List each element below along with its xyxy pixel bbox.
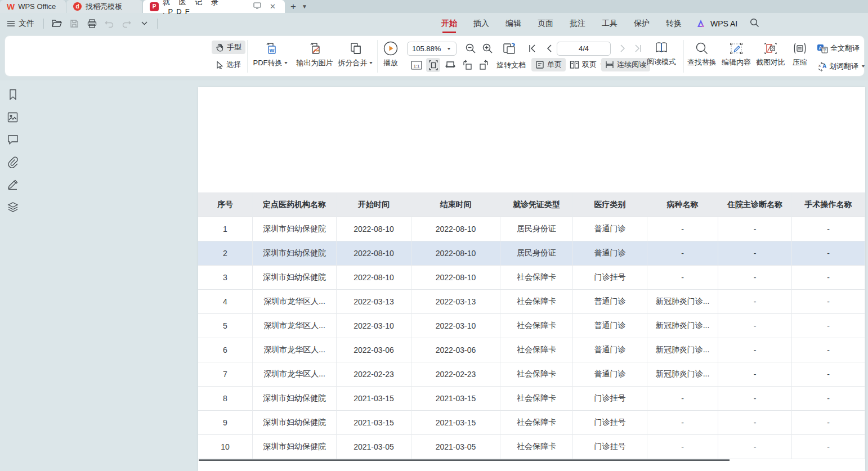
bookmark-icon[interactable] xyxy=(7,88,19,101)
screenshot-compare-button[interactable]: 截图对比 xyxy=(753,42,788,68)
table-cell: 2021-03-15 xyxy=(337,387,411,411)
edit-content-label: 编辑内容 xyxy=(722,57,751,68)
column-header: 结束时间 xyxy=(411,192,500,217)
menu-item-批注[interactable]: 批注 xyxy=(570,15,585,32)
select-tool-button[interactable]: 选择 xyxy=(212,58,245,71)
table-row[interactable]: 6深圳市龙华区人...2022-03-062022-03-06社会保障卡普通门诊… xyxy=(198,338,865,362)
menu-item-开始[interactable]: 开始 xyxy=(441,15,457,32)
find-replace-button[interactable]: 查找替换 xyxy=(684,42,719,68)
last-page-button[interactable] xyxy=(632,42,644,55)
table-cell: 2022-03-06 xyxy=(337,338,411,362)
pdf-file-icon: P xyxy=(150,2,159,11)
table-row[interactable]: 7深圳市龙华区人...2022-02-232022-02-23社会保障卡普通门诊… xyxy=(198,362,865,387)
compress-button[interactable]: 压缩 xyxy=(786,42,814,68)
table-cell: - xyxy=(718,266,792,290)
share-screen-icon[interactable] xyxy=(251,2,263,11)
rotate-pages-icon[interactable] xyxy=(502,41,517,57)
pdf-page[interactable]: 序号定点医药机构名称开始时间结束时间就诊凭证类型医疗类别病种名称住院主诊断名称手… xyxy=(198,87,865,471)
find-replace-label: 查找替换 xyxy=(687,57,717,68)
menu-item-工具[interactable]: 工具 xyxy=(602,15,618,32)
table-cell: 深圳市龙华区人... xyxy=(253,314,337,338)
table-cell: - xyxy=(792,338,865,362)
table-row[interactable]: 4深圳市龙华区人...2022-03-132022-03-13社会保障卡普通门诊… xyxy=(198,290,865,314)
tab-document[interactable]: P 就 医 记 录 .PDF ✕ xyxy=(143,0,285,13)
next-page-button[interactable] xyxy=(617,42,629,55)
table-row[interactable]: 3深圳市妇幼保健院2022-08-102022-08-10社会保障卡门诊挂号--… xyxy=(198,266,865,290)
tab-wps-home[interactable]: W WPS Office xyxy=(0,0,66,13)
close-tab-icon[interactable]: ✕ xyxy=(267,2,278,11)
table-row[interactable]: 10深圳市妇幼保健院2021-03-052021-03-05社会保障卡门诊挂号-… xyxy=(198,435,865,459)
play-button[interactable]: 播放 xyxy=(374,41,408,68)
save-icon[interactable] xyxy=(69,19,79,29)
page-number-input[interactable]: 4/4 xyxy=(557,42,611,56)
menu-item-页面[interactable]: 页面 xyxy=(538,15,553,32)
single-page-label: 单页 xyxy=(547,60,562,70)
table-cell: 普通门诊 xyxy=(573,338,647,362)
thumbnail-icon[interactable] xyxy=(7,111,19,123)
first-page-button[interactable] xyxy=(526,42,539,55)
signature-icon[interactable] xyxy=(7,178,19,191)
export-image-button[interactable]: 输出为图片 xyxy=(293,42,336,68)
rotate-doc-label[interactable]: 旋转文档 xyxy=(496,60,526,70)
zoom-in-button[interactable] xyxy=(481,42,494,55)
full-translate-label: 全文翻译 xyxy=(830,43,860,53)
zoom-out-button[interactable] xyxy=(464,42,477,55)
table-row[interactable]: 8深圳市妇幼保健院2021-03-152021-03-15社会保障卡门诊挂号--… xyxy=(198,387,865,411)
fit-width-button[interactable] xyxy=(443,58,457,72)
edit-content-button[interactable]: 编辑内容 xyxy=(719,42,754,68)
continuous-read-button[interactable]: 连续阅读 xyxy=(601,58,650,71)
redo-icon[interactable] xyxy=(122,19,132,29)
word-translate-button[interactable]: xA 划词翻译 ▼ xyxy=(817,61,866,71)
table-cell: - xyxy=(718,241,792,266)
table-row[interactable]: 1深圳市妇幼保健院2022-08-102022-08-10居民身份证普通门诊--… xyxy=(198,217,865,241)
file-menu-button[interactable]: 文件 xyxy=(0,19,40,29)
menu-search-icon[interactable] xyxy=(750,18,759,29)
menu-item-编辑[interactable]: 编辑 xyxy=(505,15,521,32)
table-row[interactable]: 9深圳市妇幼保健院2021-03-152021-03-15社会保障卡门诊挂号--… xyxy=(198,411,865,435)
tab-docer-label: 找稻壳模板 xyxy=(86,2,122,12)
table-cell: 新冠肺炎门诊... xyxy=(647,362,718,387)
fit-page-button[interactable] xyxy=(426,58,440,72)
comment-icon[interactable] xyxy=(7,133,19,146)
print-icon[interactable] xyxy=(87,19,97,29)
table-cell: - xyxy=(647,387,718,411)
table-cell: - xyxy=(718,314,792,338)
zoom-level-select[interactable]: 105.88% ▼ xyxy=(407,42,457,56)
more-commands-chevron-icon[interactable] xyxy=(139,19,149,29)
full-translate-button[interactable]: A字 全文翻译 xyxy=(817,43,860,53)
rotate-left-button[interactable] xyxy=(460,58,474,72)
layers-icon[interactable] xyxy=(7,201,19,213)
table-cell: 4 xyxy=(198,290,253,314)
menu-item-转换[interactable]: 转换 xyxy=(666,15,682,32)
table-cell: - xyxy=(647,217,718,241)
open-file-icon[interactable] xyxy=(52,19,62,29)
read-mode-button[interactable]: 阅读模式 xyxy=(644,41,679,67)
undo-icon[interactable] xyxy=(104,19,114,29)
table-cell: 居民身份证 xyxy=(500,241,573,266)
menu-item-保护[interactable]: 保护 xyxy=(634,15,650,32)
pdf-convert-button[interactable]: W PDF转换▼ xyxy=(249,42,292,68)
compress-label: 压缩 xyxy=(793,57,807,68)
play-label: 播放 xyxy=(383,58,398,68)
table-cell: 2022-08-10 xyxy=(337,217,411,241)
docer-icon: d xyxy=(73,2,82,11)
table-row[interactable]: 2深圳市妇幼保健院2022-08-102022-08-10居民身份证普通门诊--… xyxy=(198,241,865,266)
hand-tool-button[interactable]: 手型 xyxy=(212,41,245,54)
wps-ai-button[interactable]: WPS AI xyxy=(697,19,737,28)
table-cell: - xyxy=(792,217,865,241)
rotate-right-button[interactable] xyxy=(477,58,491,72)
previous-page-button[interactable] xyxy=(543,42,555,55)
attachment-icon[interactable] xyxy=(7,156,19,168)
table-cell: 普通门诊 xyxy=(573,362,647,387)
table-cell: 社会保障卡 xyxy=(500,338,573,362)
tab-docer[interactable]: d 找稻壳模板 xyxy=(66,0,143,13)
table-cell: - xyxy=(647,411,718,435)
page-indicator-value: 4/4 xyxy=(579,44,589,53)
new-tab-button[interactable]: + ▼ xyxy=(285,0,313,13)
actual-size-button[interactable]: 1:1 xyxy=(409,58,423,72)
table-row[interactable]: 5深圳市龙华区人...2022-03-102022-03-10社会保障卡普通门诊… xyxy=(198,314,865,338)
menu-item-插入[interactable]: 插入 xyxy=(473,15,489,32)
split-merge-button[interactable]: 拆分合并▼ xyxy=(334,42,377,68)
single-page-button[interactable]: 单页 xyxy=(531,58,566,71)
table-cell: 社会保障卡 xyxy=(500,314,573,338)
